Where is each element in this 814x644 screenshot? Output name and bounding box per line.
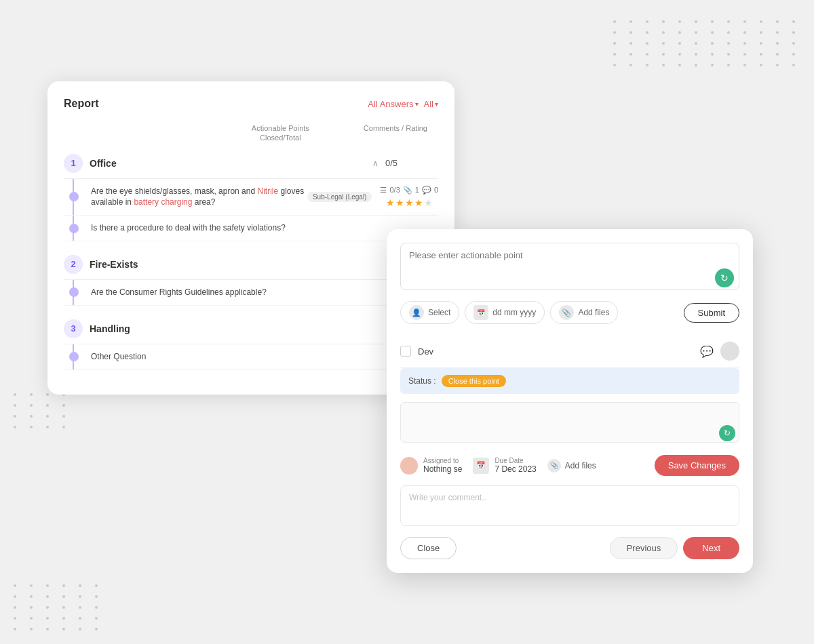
modal-footer: Close Previous Next: [400, 537, 739, 559]
dev-row: Dev 💬: [400, 335, 739, 368]
attachment-count: 1: [415, 186, 419, 194]
status-row: Status : Close this point: [400, 368, 739, 394]
select-user-button[interactable]: 👤 Select: [400, 301, 459, 324]
save-changes-button[interactable]: Save Changes: [655, 455, 739, 476]
question-tag-1: Sub-Legal (Legal): [307, 192, 372, 202]
section-handling-header[interactable]: 3 Handling ∧: [64, 314, 438, 344]
due-date-info: Due Date 7 Dec 2023: [495, 457, 536, 474]
star-1: ★: [386, 197, 395, 208]
dev-comment-icon: 💬: [700, 345, 714, 358]
section-chevron-office: ∧: [372, 159, 379, 168]
question-meta-1: ☰ 0/3 📎 1 💬 0 ★ ★ ★ ★ ★: [380, 186, 438, 208]
section-score-office: 0/5: [385, 158, 438, 168]
edit-refresh-button[interactable]: ↻: [719, 425, 735, 441]
section-number-1: 1: [64, 154, 83, 173]
attachment-icon: 📎: [403, 186, 412, 195]
question-item[interactable]: Is there a procedure to deal with the sa…: [64, 216, 438, 241]
col-actionable-points: Actionable Points Closed/Total: [252, 123, 309, 143]
question-item[interactable]: Are the Consumer Rights Guidelines appli…: [64, 280, 438, 306]
star-2: ★: [395, 197, 404, 208]
all-answers-filter[interactable]: All Answers: [368, 99, 418, 109]
assigned-value: Nothing se: [423, 464, 462, 474]
due-date-calendar-icon: 📅: [473, 458, 489, 474]
question-item[interactable]: Are the eye shields/glasses, mask, apron…: [64, 179, 438, 216]
dev-avatar: [720, 342, 739, 361]
due-date-value: 7 Dec 2023: [495, 464, 536, 474]
assigned-avatar: [400, 457, 418, 475]
select-label: Select: [428, 308, 450, 317]
date-placeholder: dd mm yyyy: [492, 308, 536, 317]
section-number-2: 2: [64, 255, 83, 274]
section-office: 1 Office ∧ 0/5 Are the eye shields/glass…: [64, 148, 438, 241]
section-fire-exists-header[interactable]: 2 Fire-Exists ∧: [64, 249, 438, 280]
comment-count: 0: [434, 186, 438, 194]
report-title: Report: [64, 98, 99, 110]
calendar-icon: 📅: [473, 305, 488, 320]
assigned-info: Assigned to Nothing se: [423, 457, 462, 474]
close-button[interactable]: Close: [400, 537, 457, 559]
stars-1: ★ ★ ★ ★ ★: [386, 197, 433, 208]
star-3: ★: [405, 197, 414, 208]
edit-area: ↻: [400, 402, 739, 445]
dev-name: Dev: [418, 346, 693, 357]
user-icon: 👤: [409, 305, 424, 320]
nav-buttons: Previous Next: [610, 537, 739, 559]
ap-input-area: ↻: [400, 243, 739, 293]
star-4: ★: [414, 197, 423, 208]
due-date-label: Due Date: [495, 457, 536, 464]
dev-checkbox[interactable]: [400, 346, 411, 357]
question-item[interactable]: Other Question: [64, 344, 438, 370]
add-files-btn-2[interactable]: 📎 Add files: [547, 459, 596, 472]
add-files-button[interactable]: 📎 Add files: [550, 301, 618, 324]
report-filters: All Answers All: [368, 99, 438, 109]
paperclip-icon-2: 📎: [547, 459, 561, 472]
due-date-field: 📅 Due Date 7 Dec 2023: [473, 457, 536, 474]
section-name-handling: Handling: [90, 323, 425, 334]
submit-button[interactable]: Submit: [684, 303, 739, 323]
section-fire-exists: 2 Fire-Exists ∧ Are the Consumer Rights …: [64, 249, 438, 306]
comment-placeholder: Write your comment..: [409, 493, 486, 502]
add-files-label-2: Add files: [565, 461, 596, 470]
section-name-fire: Fire-Exists: [90, 259, 425, 270]
assigned-field: Assigned to Nothing se: [400, 457, 462, 475]
assigned-row: Assigned to Nothing se 📅 Due Date 7 Dec …: [400, 455, 739, 476]
add-files-label: Add files: [578, 308, 609, 317]
date-picker-button[interactable]: 📅 dd mm yyyy: [465, 301, 545, 324]
question-text-1: Are the eye shields/glasses, mask, apron…: [91, 186, 307, 209]
report-columns: Actionable Points Closed/Total Comments …: [64, 121, 438, 148]
list-icon: ☰: [380, 186, 387, 195]
report-header: Report All Answers All: [64, 98, 438, 110]
edit-textarea[interactable]: [400, 402, 739, 443]
next-button[interactable]: Next: [683, 537, 739, 559]
ap-refresh-button[interactable]: ↻: [715, 268, 734, 287]
ap-controls: 👤 Select 📅 dd mm yyyy 📎 Add files Submit: [400, 301, 739, 324]
section-number-3: 3: [64, 319, 83, 338]
comment-icon: 💬: [422, 186, 431, 195]
section-office-header[interactable]: 1 Office ∧ 0/5: [64, 148, 438, 179]
close-this-point-badge[interactable]: Close this point: [442, 375, 506, 387]
questions-list-office: Are the eye shields/glasses, mask, apron…: [64, 179, 438, 241]
all-filter[interactable]: All: [424, 99, 438, 109]
score-text-1: 0/3: [389, 186, 400, 194]
question-text-2: Is there a procedure to deal with the sa…: [91, 222, 438, 234]
col-comments-rating: Comments / Rating: [364, 123, 427, 143]
icons-row: ☰ 0/3 📎 1 💬 0: [380, 186, 438, 195]
status-label: Status :: [408, 376, 436, 386]
comment-area[interactable]: Write your comment..: [400, 485, 739, 526]
questions-list-fire: Are the Consumer Rights Guidelines appli…: [64, 280, 438, 306]
previous-button[interactable]: Previous: [610, 537, 678, 559]
section-name-office: Office: [90, 158, 366, 169]
paperclip-icon: 📎: [559, 305, 574, 320]
section-handling: 3 Handling ∧ Other Question: [64, 314, 438, 370]
questions-list-handling: Other Question: [64, 344, 438, 370]
assigned-to-label: Assigned to: [423, 457, 462, 464]
ap-input[interactable]: [400, 243, 739, 290]
star-5: ★: [424, 197, 433, 208]
actionable-point-modal: ↻ 👤 Select 📅 dd mm yyyy 📎 Add files Subm…: [387, 229, 753, 573]
